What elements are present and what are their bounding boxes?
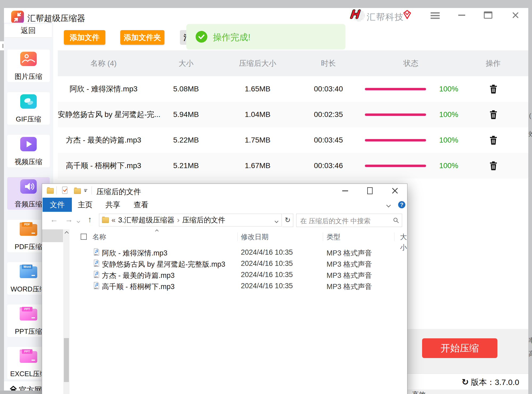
- app-logo-icon: [11, 11, 24, 23]
- tab-share[interactable]: 共享: [104, 198, 122, 212]
- delete-button[interactable]: [489, 136, 498, 145]
- explorer-window: 压缩后的文件 文件 主页 共享 查看 ? ← → ↑ « 3.汇帮超级压: [42, 184, 407, 394]
- forward-arrow-icon[interactable]: →: [65, 215, 73, 224]
- file-name: 安静悠扬古风 by 星河鹭起-完...: [58, 102, 149, 127]
- progress-bar: [365, 88, 426, 90]
- toast-success: 操作完成!: [186, 24, 345, 50]
- version-info[interactable]: ↻版本：3.7.0.0: [461, 377, 519, 388]
- pdf-folder-icon: PDF: [20, 222, 37, 236]
- up-arrow-icon[interactable]: ↑: [88, 215, 92, 224]
- search-icon[interactable]: [393, 217, 399, 224]
- progress-percent: 100%: [431, 153, 466, 178]
- table-row: 高千顺 - 梧桐树下.mp3 5.21MB 1.67MB 00:03:46 10…: [58, 153, 528, 178]
- file-name: 阿欣 - 难得深情.mp3: [58, 76, 149, 102]
- breadcrumb-collapsed[interactable]: «: [112, 216, 116, 224]
- menu-button[interactable]: [431, 12, 440, 20]
- close-button[interactable]: [512, 12, 519, 19]
- file-list-item[interactable]: MP3 方杰 - 最美的诗篇.mp3 2024/4/16 10:35 MP3 格…: [69, 269, 407, 281]
- address-bar[interactable]: « 3.汇帮超级压缩器 › 压缩后的文件: [99, 214, 282, 226]
- table-header: 名称 (4) 大小 压缩后大小 时长 状态 操作: [58, 50, 528, 76]
- file-list-item[interactable]: MP3 安静悠扬古风 by 星河鹭起-完整版.mp3 2024/4/16 10:…: [69, 258, 407, 269]
- mp3-file-icon: MP3: [94, 282, 99, 289]
- sort-ascending-icon: [156, 229, 158, 233]
- explorer-app-icon: [47, 188, 54, 194]
- delete-button[interactable]: [489, 110, 498, 119]
- explorer-minimize-button[interactable]: [342, 190, 348, 191]
- delete-button[interactable]: [489, 84, 498, 94]
- scrollbar-thumb[interactable]: [64, 338, 69, 382]
- breadcrumb-current[interactable]: 压缩后的文件: [182, 215, 225, 225]
- start-compress-button[interactable]: 开始压缩: [422, 338, 497, 358]
- duration: 00:03:46: [292, 153, 364, 178]
- duration: 00:03:45: [292, 127, 364, 153]
- explorer-maximize-button[interactable]: [367, 187, 373, 194]
- refresh-icon[interactable]: ↻: [461, 377, 469, 387]
- col-compressed-size: 压缩后大小: [223, 50, 292, 76]
- recent-locations-chevron-icon[interactable]: [77, 219, 80, 224]
- add-folder-button[interactable]: 添加文件夹: [120, 30, 164, 45]
- address-refresh-icon[interactable]: ↻: [282, 214, 293, 227]
- column-header-size[interactable]: 大小: [400, 231, 407, 242]
- tab-view[interactable]: 查看: [132, 198, 150, 212]
- sidebar-item-gif-compress[interactable]: GIF压缩: [7, 92, 50, 125]
- breadcrumb-parent[interactable]: 3.汇帮超级压缩器: [118, 215, 175, 225]
- toast-message: 操作完成!: [213, 31, 250, 43]
- breadcrumb-separator: ›: [177, 216, 180, 224]
- add-file-button[interactable]: 添加文件: [64, 30, 105, 45]
- mp3-file-icon: MP3: [94, 271, 99, 278]
- back-arrow-icon[interactable]: ←: [50, 215, 58, 224]
- duration: 00:03:40: [292, 76, 364, 102]
- col-size: 大小: [149, 50, 223, 76]
- delete-button[interactable]: [489, 161, 498, 170]
- address-folder-icon: [102, 217, 109, 223]
- maximize-button[interactable]: [484, 11, 492, 19]
- qat-dropdown-icon[interactable]: [84, 189, 87, 192]
- edge-fragment: 率: [529, 336, 532, 345]
- file-size: 5.21MB: [149, 153, 223, 178]
- mp3-file-icon: MP3: [94, 259, 99, 267]
- column-header-date[interactable]: 修改日期: [241, 231, 269, 242]
- excel-folder-icon: PPT: [20, 350, 37, 363]
- table-row: 方杰 - 最美的诗篇.mp3 5.22MB 1.75MB 00:03:45 10…: [58, 127, 528, 153]
- check-circle-icon: [196, 31, 207, 43]
- navpane-scrollbar[interactable]: [63, 229, 69, 394]
- audio-compress-icon: [20, 179, 37, 194]
- explorer-close-button[interactable]: [392, 188, 398, 194]
- scrollbar-up-arrow-icon[interactable]: [65, 231, 68, 236]
- image-compress-icon: [20, 52, 37, 66]
- svg-text:MP3: MP3: [94, 265, 98, 267]
- select-all-checkbox[interactable]: [81, 234, 87, 240]
- desktop-artifact-tick: [3, 44, 3, 48]
- explorer-titlebar[interactable]: 压缩后的文件: [42, 184, 407, 198]
- help-icon[interactable]: ?: [398, 201, 405, 208]
- ribbon-expand-chevron-icon[interactable]: [387, 203, 390, 208]
- edge-fragment: (: [529, 112, 531, 119]
- navpane-selected-item[interactable]: [42, 229, 63, 242]
- file-size: 5.22MB: [149, 127, 223, 153]
- vip-badge-icon[interactable]: [402, 9, 413, 20]
- brand-logo-icon: H: [351, 9, 365, 22]
- qat-properties-icon[interactable]: [62, 186, 68, 194]
- file-list-item[interactable]: MP3 高千顺 - 梧桐树下.mp3 2024/4/16 10:35 MP3 格…: [69, 281, 407, 292]
- back-button[interactable]: 返回: [5, 24, 52, 38]
- tab-home[interactable]: 主页: [76, 198, 94, 212]
- qat-new-folder-icon[interactable]: [74, 188, 81, 194]
- col-duration: 时长: [292, 50, 364, 76]
- tab-file[interactable]: 文件: [43, 198, 72, 212]
- word-folder-icon: Word: [20, 265, 37, 278]
- file-list-item[interactable]: MP3 阿欣 - 难得深情.mp3 2024/4/16 10:35 MP3 格式…: [69, 247, 407, 258]
- column-header-name[interactable]: 名称: [92, 231, 106, 242]
- file-name: 方杰 - 最美的诗篇.mp3: [58, 127, 149, 153]
- col-action: 操作: [457, 50, 530, 76]
- address-dropdown-chevron-icon[interactable]: [275, 216, 278, 224]
- column-header-type[interactable]: 类型: [327, 231, 340, 242]
- progress-percent: 100%: [431, 102, 466, 127]
- minimize-button[interactable]: [458, 15, 465, 16]
- sidebar-item-video-compress[interactable]: 视频压缩: [7, 135, 50, 167]
- compressed-size: 1.65MB: [223, 76, 292, 102]
- col-name: 名称 (4): [58, 50, 149, 76]
- file-size: 5.94MB: [149, 102, 223, 127]
- search-input[interactable]: 在 压缩后的文件 中搜索: [296, 214, 402, 227]
- sidebar-item-image-compress[interactable]: 图片压缩: [7, 50, 50, 82]
- search-placeholder: 在 压缩后的文件 中搜索: [300, 217, 370, 225]
